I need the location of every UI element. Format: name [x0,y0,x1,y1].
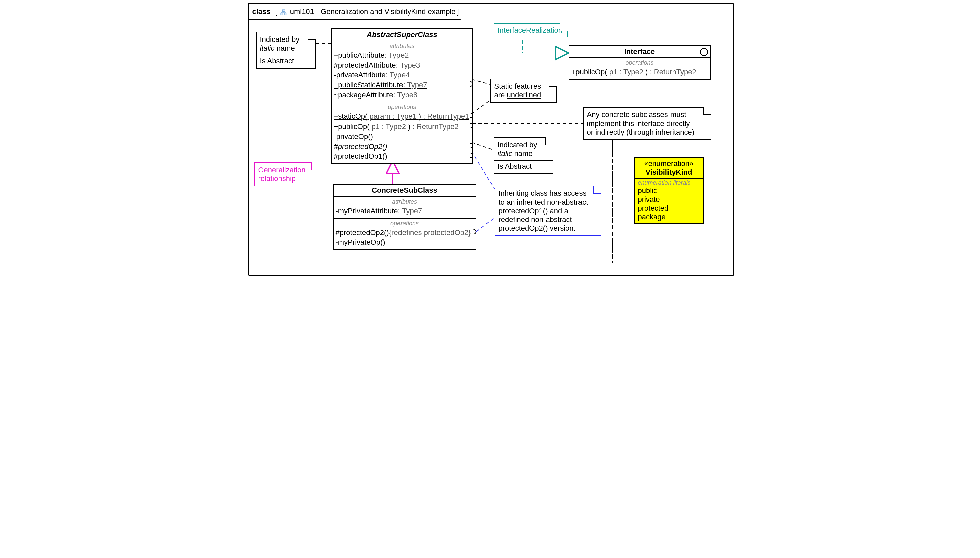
interface-ball-icon [700,48,708,56]
note-fold-icon [703,107,711,115]
svg-rect-14 [280,13,283,15]
op-private: -myPrivateOp() [335,237,474,247]
op-private: -privateOp() [334,131,470,141]
frame-title: uml101 - Generalization and VisibilityKi… [290,7,456,16]
class-name: ConcreteSubClass [334,185,476,197]
note-fold-icon [593,186,601,194]
op-protected2-redefined: #protectedOp2(){redefines protectedOp2} [335,228,474,238]
socket-icon [468,153,473,158]
enum-literals: enumeration literals public private prot… [635,179,703,223]
socket-icon [471,229,476,234]
attr-private: -privateAttribute: Type4 [334,70,470,80]
operations-compartment: operations #protectedOp2(){redefines pro… [334,218,476,249]
class-abstractsuperclass: AbstractSuperClass attributes +publicAtt… [331,28,473,164]
note-generalization: Generalization relationship [254,162,319,186]
frame-label: class [ uml101 - Generalization and Visi… [248,3,466,20]
literal-protected: protected [638,204,700,213]
class-concretesubclass: ConcreteSubClass attributes -myPrivateAt… [333,184,476,250]
note-fold-icon [549,79,557,87]
op-public: +publicOp( p1 : Type2 ) : ReturnType2 [334,121,470,131]
socket-icon [468,143,473,148]
attr-private: -myPrivateAttribute: Type7 [335,206,474,216]
op-protected2-abstract: #protectedOp2() [334,141,470,152]
note-inheriting-access: Inheriting class has access to an inheri… [494,186,601,236]
svg-rect-13 [282,10,285,11]
note-interface-realization: InterfaceRealization [494,23,568,38]
op-static: +staticOp( param : Type1 ) : ReturnType1 [334,112,470,121]
note-is-abstract-right: Indicated by italic name Is Abstract [494,137,553,174]
class-interface: Interface operations +publicOp( p1 : Typ… [569,45,711,80]
note-fold-icon [545,137,553,145]
socket-icon [468,81,473,87]
operations-compartment: operations +publicOp( p1 : Type2 ) : Ret… [569,58,710,79]
op-protected1: #protectedOp1() [334,151,470,161]
svg-rect-15 [285,13,287,15]
literal-private: private [638,195,700,204]
attr-public-static: +publicStaticAttribute: Type7 [334,80,470,90]
operations-compartment: operations +staticOp( param : Type1 ) : … [332,102,473,163]
note-fold-icon [560,23,568,31]
literal-package: package [638,213,700,221]
enum-header: «enumeration» VisibilityKind [635,158,703,179]
attr-public: +publicAttribute: Type2 [334,50,470,60]
class-name: Interface [569,46,710,58]
note-fold-icon [308,32,316,40]
enum-visibilitykind: «enumeration» VisibilityKind enumeration… [634,158,704,224]
note-implement-interface: Any concrete subclasses must implement t… [583,107,711,140]
frame-keyword: class [252,7,271,16]
socket-icon [468,123,473,128]
attributes-compartment: attributes -myPrivateAttribute: Type7 [334,197,476,218]
note-is-abstract-left: Indicated by italic name Is Abstract [256,32,316,69]
class-diagram-icon [280,9,287,15]
class-name: AbstractSuperClass [332,29,473,41]
attributes-compartment: attributes +publicAttribute: Type2 #prot… [332,41,473,102]
attr-protected: #protectedAttribute: Type3 [334,60,470,70]
note-static-underlined: Static features are underlined [490,79,557,103]
attr-package: ~packageAttribute: Type8 [334,90,470,100]
literal-public: public [638,186,700,195]
op-public: +publicOp( p1 : Type2 ) : ReturnType2 [571,67,708,77]
note-fold-icon [311,162,319,171]
